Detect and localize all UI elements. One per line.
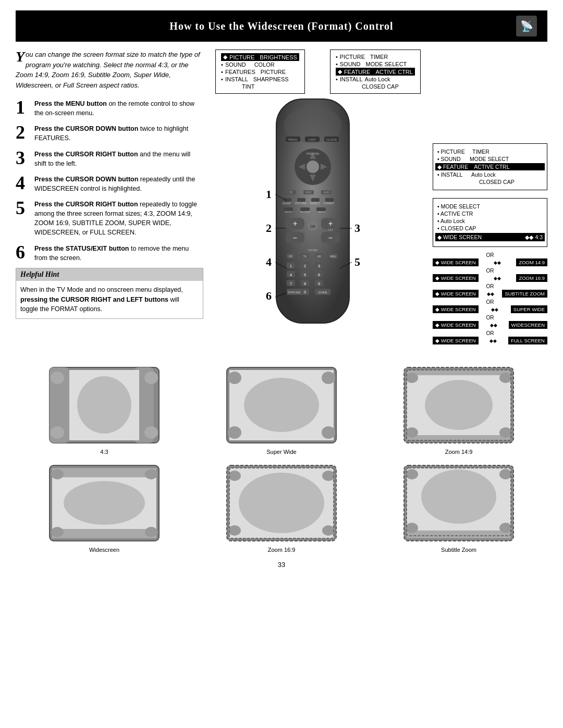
- format-svg-widescreen: [47, 463, 162, 544]
- format-row-1: 4:3 Super Wide: [16, 365, 547, 455]
- wide-left-1: ◆ WIDE SCREEN: [433, 258, 479, 266]
- format-label-subtitle: Subtitle Zoom: [441, 547, 476, 553]
- format-svg-subtitle: [401, 463, 516, 544]
- menu-box-1: ◆ PICTURE BRIGHTNESS • SOUND COLOR • FEA…: [215, 50, 305, 94]
- svg-text:AUX: AUX: [324, 191, 329, 194]
- menu2-activectrl: ACTIVE CTRL: [375, 69, 413, 75]
- or-2: OR: [433, 268, 547, 274]
- page-number-text: 33: [278, 561, 285, 569]
- svg-point-96: [51, 372, 64, 384]
- menu2-autolock: Auto Lock: [365, 76, 390, 82]
- svg-text:DVD: DVD: [306, 191, 312, 194]
- svg-point-112: [406, 373, 418, 383]
- format-row-2: Widescreen Zoom 16:9: [16, 463, 547, 553]
- svg-text:6: 6: [318, 273, 321, 277]
- drop-cap: Y: [16, 50, 25, 64]
- svg-rect-27: [311, 198, 320, 202]
- remote-svg: PROG LAST CLOCK POSITION: [245, 94, 381, 349]
- svg-text:+: +: [328, 219, 333, 228]
- step-number-2: 2: [16, 123, 30, 142]
- menu2-sound: • SOUND MODE SELECT: [336, 60, 415, 68]
- svg-point-122: [51, 469, 64, 479]
- svg-text:0: 0: [304, 290, 307, 294]
- step-2: 2 Press the CURSOR DOWN button twice to …: [16, 123, 203, 143]
- or-3: OR: [433, 283, 547, 289]
- wide-left-6: ◆ WIDE SCREEN: [433, 337, 479, 344]
- svg-point-137: [421, 470, 496, 524]
- step-5: 5 Press the CURSOR RIGHT button repeated…: [16, 199, 203, 238]
- svg-point-140: [406, 523, 418, 533]
- menu-label-features: FEATURES: [225, 69, 255, 75]
- svg-point-99: [144, 426, 158, 439]
- step3-bold: Press the CURSOR RIGHT button: [34, 151, 138, 158]
- opt-autolock: • Auto Lock: [437, 217, 543, 225]
- svg-rect-33: [300, 207, 310, 211]
- opt-closedcap2: • CLOSED CAP: [437, 225, 543, 232]
- svg-point-98: [51, 426, 64, 439]
- wide-right-2: ZOOM 16:9: [516, 274, 547, 282]
- step-number-4: 4: [16, 174, 30, 192]
- svg-text:3: 3: [318, 264, 321, 268]
- wide-arrow-1: ◆◆: [494, 260, 501, 265]
- svg-rect-28: [325, 198, 334, 202]
- opt-widescreen-selected: ◆ WIDE SCREEN ◆◆ 4:3: [435, 233, 545, 241]
- svg-text:PICTURE: PICTURE: [295, 202, 307, 205]
- svg-text:REU: REU: [330, 255, 336, 258]
- wide-arrow-4: ◆◆: [491, 307, 498, 312]
- menu-label-picture: PICTURE: [229, 54, 254, 60]
- svg-rect-136: [407, 530, 511, 538]
- wide-left-4: ◆ WIDE SCREEN: [433, 305, 479, 313]
- options-box-2: • MODE SELECT • ACTIVE CTR • Auto Lock •…: [433, 198, 547, 247]
- menu-item-sound: • SOUND COLOR: [221, 61, 299, 68]
- wide-row-5: ◆ WIDE SCREEN ◆◆ WIDESCREEN: [433, 321, 547, 329]
- step-6: 6 Press the STATUS/EXIT button to remove…: [16, 243, 203, 263]
- or-6: OR: [433, 330, 547, 336]
- svg-point-132: [322, 525, 335, 536]
- menu2-feature-selected: ◆ FEATURE ACTIVE CTRL: [336, 68, 415, 76]
- svg-text:PROG: PROG: [288, 138, 298, 141]
- opt-closedcap: CLOSED CAP: [479, 178, 543, 186]
- svg-point-115: [499, 427, 512, 438]
- menu-item-features: • FEATURES PICTURE: [221, 68, 299, 76]
- format-svg-zoom149: [401, 365, 516, 446]
- step-number-6: 6: [16, 243, 30, 262]
- menu-right-color: COLOR: [254, 61, 275, 68]
- svg-point-123: [145, 469, 157, 479]
- format-label-widescreen: Widescreen: [89, 547, 119, 553]
- remote-control-area: PROG LAST CLOCK POSITION: [245, 94, 391, 354]
- step-text-3: Press the CURSOR RIGHT button and the me…: [34, 149, 203, 168]
- step-number-3: 3: [16, 149, 30, 167]
- wide-left-5: ◆ WIDE SCREEN: [433, 321, 479, 329]
- svg-text:9: 9: [318, 281, 321, 286]
- hint-body: When in the TV Mode and no onscreen menu…: [16, 281, 203, 318]
- step-text-6: Press the STATUS/EXIT button to remove t…: [34, 243, 203, 263]
- svg-point-139: [499, 469, 512, 479]
- left-column: Y ou can change the screen format size t…: [16, 42, 203, 354]
- format-svg-zoom169: [224, 463, 339, 544]
- or-5: OR: [433, 315, 547, 320]
- svg-text:+: +: [293, 219, 297, 228]
- format-item-43: 4:3: [47, 365, 162, 455]
- step1-bold: Press the MENU button: [34, 100, 107, 107]
- menu-item-install: • INSTALL SHARPNESS: [221, 76, 299, 83]
- svg-point-95: [77, 376, 131, 434]
- svg-rect-26: [297, 198, 305, 202]
- menu-right-picture: PICTURE: [261, 69, 286, 75]
- bullet-picture: ◆: [223, 54, 227, 60]
- svg-point-141: [499, 523, 512, 533]
- remote-icon: 📡: [516, 16, 537, 36]
- intro-text: ou can change the screen format size to …: [16, 51, 200, 89]
- wide-right-6: FULL SCREEN: [508, 337, 547, 344]
- menu-right-tint: TINT: [242, 83, 254, 90]
- svg-text:–: –: [293, 233, 297, 242]
- step-number-5: 5: [16, 199, 30, 217]
- svg-text:3: 3: [354, 221, 360, 235]
- format-item-zoom149: Zoom 14:9: [401, 365, 516, 455]
- hint-title: Helpful Hint: [16, 268, 203, 281]
- format-illustrations: 4:3 Super Wide: [16, 365, 547, 553]
- svg-point-124: [51, 527, 64, 537]
- menu2-picture: • PICTURE TIMER: [336, 53, 415, 60]
- svg-point-102: [244, 378, 319, 432]
- hint-bold: pressing the CURSOR RIGHT and LEFT butto…: [20, 296, 168, 303]
- hint-box: Helpful Hint When in the TV Mode and no …: [16, 268, 203, 319]
